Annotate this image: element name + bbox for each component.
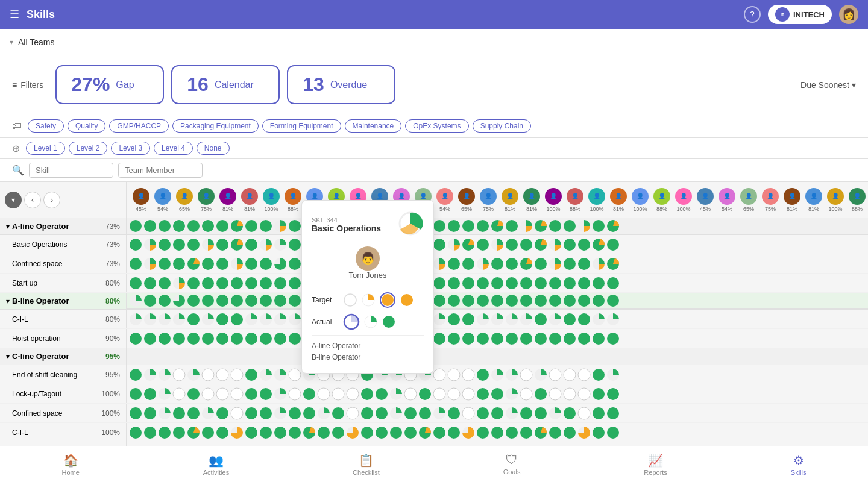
mini-pie-chart[interactable] <box>577 387 591 401</box>
avatar-column[interactable]: 👤100% <box>262 188 281 212</box>
mini-pie-chart[interactable] <box>259 257 272 271</box>
mini-pie-chart[interactable] <box>505 332 518 345</box>
mini-pie-chart[interactable] <box>549 426 562 439</box>
mini-pie-chart[interactable] <box>462 407 475 420</box>
mini-pie-chart[interactable] <box>143 332 157 345</box>
mini-pie-chart[interactable] <box>288 257 301 271</box>
avatar-column[interactable]: 👤75% <box>761 188 780 212</box>
mini-pie-chart[interactable] <box>201 407 215 420</box>
mini-pie-chart[interactable] <box>549 238 562 251</box>
mini-pie-chart[interactable] <box>462 426 475 439</box>
mini-pie-chart[interactable] <box>476 387 489 401</box>
mini-pie-chart[interactable] <box>505 294 518 307</box>
cline-group-header[interactable]: ▾ C-line Operator 95% <box>0 348 127 365</box>
company-selector[interactable]: IT INITECH <box>768 5 832 24</box>
avatar-column[interactable]: 👤65% <box>175 188 194 212</box>
mini-pie-chart[interactable] <box>505 407 518 420</box>
mini-pie-chart[interactable] <box>549 277 562 290</box>
mini-pie-chart[interactable] <box>216 426 229 439</box>
mini-pie-chart[interactable] <box>143 368 157 381</box>
mini-pie-chart[interactable] <box>172 277 186 290</box>
mini-pie-chart[interactable] <box>230 294 244 307</box>
mini-pie-chart[interactable] <box>143 426 157 439</box>
avatar-column[interactable]: 👤81% <box>522 188 541 212</box>
mini-pie-chart[interactable] <box>592 407 605 420</box>
mini-pie-chart[interactable] <box>129 219 142 233</box>
filter-quality[interactable]: Quality <box>68 119 105 133</box>
mini-pie-chart[interactable] <box>245 219 258 233</box>
prev-button[interactable]: ‹ <box>24 192 41 208</box>
mini-pie-chart[interactable] <box>245 238 258 251</box>
mini-pie-chart[interactable] <box>577 426 591 439</box>
mini-pie-chart[interactable] <box>577 313 591 326</box>
avatar-column[interactable]: 👤45% <box>131 188 151 212</box>
mini-pie-chart[interactable] <box>433 257 446 271</box>
mini-pie-chart[interactable] <box>433 238 446 251</box>
mini-pie-chart[interactable] <box>187 238 200 251</box>
mini-pie-chart[interactable] <box>491 387 504 401</box>
filters-button[interactable]: ≡ Filters <box>12 80 43 90</box>
mini-pie-chart[interactable] <box>143 313 157 326</box>
mini-pie-chart[interactable] <box>216 368 229 381</box>
mini-pie-chart[interactable] <box>129 257 142 271</box>
mini-pie-chart[interactable] <box>534 332 547 345</box>
mini-pie-chart[interactable] <box>274 257 287 271</box>
mini-pie-chart[interactable] <box>288 238 301 251</box>
mini-pie-chart[interactable] <box>288 219 301 233</box>
mini-pie-chart[interactable] <box>245 387 258 401</box>
mini-pie-chart[interactable] <box>520 257 533 271</box>
mini-pie-chart[interactable] <box>216 313 229 326</box>
mini-pie-chart[interactable] <box>606 368 620 381</box>
avatar-column[interactable]: 👤88% <box>652 188 671 212</box>
mini-pie-chart[interactable] <box>447 313 461 326</box>
level-2[interactable]: Level 2 <box>69 142 108 155</box>
mini-pie-chart[interactable] <box>563 426 576 439</box>
mini-pie-chart[interactable] <box>332 426 345 439</box>
mini-pie-chart[interactable] <box>216 387 229 401</box>
filter-opex[interactable]: OpEx Systems <box>405 119 468 133</box>
mini-pie-chart[interactable] <box>549 387 562 401</box>
avatar-column[interactable]: 👤100% <box>826 188 845 212</box>
mini-pie-chart[interactable] <box>433 387 446 401</box>
mini-pie-chart[interactable] <box>143 387 157 401</box>
mini-pie-chart[interactable] <box>201 257 215 271</box>
mini-pie-chart[interactable] <box>332 407 345 420</box>
mini-pie-chart[interactable] <box>447 332 461 345</box>
mini-pie-chart[interactable] <box>606 294 620 307</box>
mini-pie-chart[interactable] <box>230 238 244 251</box>
mini-pie-chart[interactable] <box>592 313 605 326</box>
mini-pie-chart[interactable] <box>520 426 533 439</box>
mini-pie-chart[interactable] <box>447 426 461 439</box>
avatar-column[interactable]: 👤45% <box>696 188 715 212</box>
mini-pie-chart[interactable] <box>143 257 157 271</box>
mini-pie-chart[interactable] <box>433 277 446 290</box>
mini-pie-chart[interactable] <box>549 332 562 345</box>
avatar-column[interactable]: 👤100% <box>544 188 563 212</box>
mini-pie-chart[interactable] <box>187 387 200 401</box>
avatar-column[interactable]: 👤81% <box>609 188 628 212</box>
mini-pie-chart[interactable] <box>346 407 359 420</box>
mini-pie-chart[interactable] <box>433 368 446 381</box>
mini-pie-chart[interactable] <box>201 238 215 251</box>
mini-pie-chart[interactable] <box>592 277 605 290</box>
mini-pie-chart[interactable] <box>187 219 200 233</box>
mini-pie-chart[interactable] <box>549 313 562 326</box>
mini-pie-chart[interactable] <box>245 313 258 326</box>
mini-pie-chart[interactable] <box>577 238 591 251</box>
mini-pie-chart[interactable] <box>491 426 504 439</box>
mini-pie-chart[interactable] <box>216 407 229 420</box>
mini-pie-chart[interactable] <box>549 257 562 271</box>
filter-maintenance[interactable]: Maintenance <box>345 119 402 133</box>
mini-pie-chart[interactable] <box>259 277 272 290</box>
skill-search-input[interactable] <box>29 163 113 178</box>
nav-skills[interactable]: ⚙ Skills <box>779 449 819 480</box>
mini-pie-chart[interactable] <box>288 313 301 326</box>
mini-pie-chart[interactable] <box>520 332 533 345</box>
mini-pie-chart[interactable] <box>158 368 171 381</box>
nav-activities[interactable]: 👥 Activities <box>191 449 241 480</box>
mini-pie-chart[interactable] <box>592 387 605 401</box>
mini-pie-chart[interactable] <box>606 407 620 420</box>
mini-pie-chart[interactable] <box>447 219 461 233</box>
avatar-column[interactable]: 👤88% <box>283 188 303 212</box>
mini-pie-chart[interactable] <box>230 332 244 345</box>
